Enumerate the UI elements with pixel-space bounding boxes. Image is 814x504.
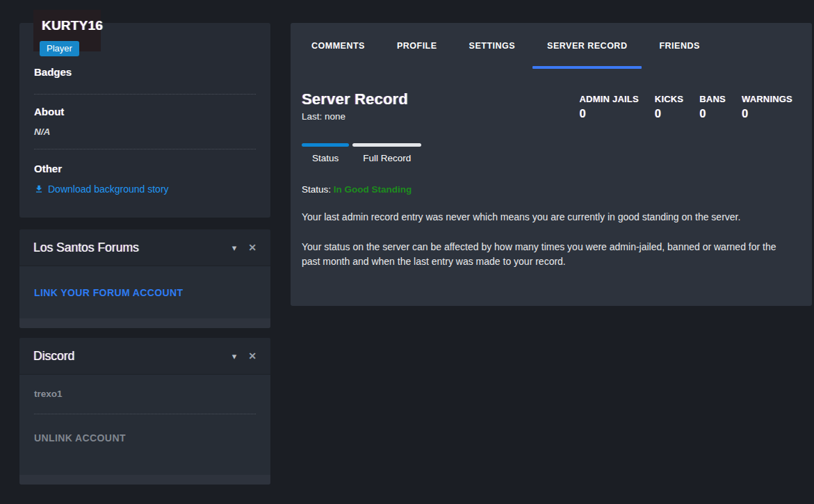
about-heading: About <box>34 106 256 117</box>
download-icon <box>34 184 44 194</box>
record-stats: ADMIN JAILS 0 KICKS 0 BANS 0 WARNINGS 0 <box>580 94 792 122</box>
record-subtabs: Status Full Record <box>302 143 792 163</box>
player-role-badge: Player <box>40 41 79 56</box>
tab-comments[interactable]: COMMENTS <box>300 23 376 69</box>
stat-value: 0 <box>580 107 639 120</box>
status-label: Status: <box>302 184 331 195</box>
stat-label: ADMIN JAILS <box>580 94 639 104</box>
tab-settings[interactable]: SETTINGS <box>458 23 527 69</box>
stat-bans: BANS 0 <box>699 94 726 122</box>
stat-kicks: KICKS 0 <box>655 94 683 122</box>
forum-card-footer <box>19 318 270 328</box>
close-icon[interactable]: ✕ <box>248 243 257 252</box>
discord-card-title: Discord <box>33 349 74 364</box>
username-box: KURTY16 Player <box>33 10 101 51</box>
tab-server-record[interactable]: SERVER RECORD <box>536 23 638 69</box>
username: KURTY16 <box>42 18 101 33</box>
divider <box>34 414 256 414</box>
tab-profile[interactable]: PROFILE <box>386 23 448 69</box>
stat-warnings: WARNINGS 0 <box>742 94 792 122</box>
record-paragraph-2: Your status on the server can be affecte… <box>302 240 792 269</box>
stat-label: WARNINGS <box>742 94 792 104</box>
subtab-full-record[interactable]: Full Record <box>352 143 421 163</box>
stat-value: 0 <box>655 107 683 120</box>
stat-label: BANS <box>699 94 726 104</box>
subtab-label: Status <box>302 147 349 163</box>
profile-card: KURTY16 Player Badges About N/A Other Do… <box>19 23 270 218</box>
discord-card-body: trexo1 UNLINK ACCOUNT <box>19 375 270 475</box>
badges-heading: Badges <box>34 66 256 78</box>
profile-main-panel: COMMENTS PROFILE SETTINGS SERVER RECORD … <box>291 23 812 306</box>
collapse-caret-icon[interactable]: ▾ <box>232 243 237 252</box>
other-heading: Other <box>34 163 256 174</box>
download-background-story-link[interactable]: Download background story <box>34 184 169 195</box>
discord-card-footer <box>19 475 270 485</box>
stat-label: KICKS <box>655 94 683 104</box>
tab-friends[interactable]: FRIENDS <box>648 23 710 69</box>
stat-value: 0 <box>742 107 792 120</box>
forum-card-title: Los Santos Forums <box>33 241 139 255</box>
forum-card: Los Santos Forums ▾ ✕ LINK YOUR FORUM AC… <box>19 229 270 328</box>
server-record-title: Server Record <box>302 90 408 108</box>
forum-card-body: LINK YOUR FORUM ACCOUNT <box>19 266 270 318</box>
sidebar: KURTY16 Player Badges About N/A Other Do… <box>19 23 270 494</box>
discord-account-name: trexo1 <box>34 389 256 399</box>
subtab-label: Full Record <box>352 147 421 163</box>
about-value: N/A <box>34 127 256 137</box>
subtab-status[interactable]: Status <box>302 143 349 163</box>
close-icon[interactable]: ✕ <box>248 351 257 361</box>
stat-value: 0 <box>699 107 726 120</box>
divider <box>34 149 256 149</box>
status-value: In Good Standing <box>334 184 412 195</box>
status-line: Status: In Good Standing <box>302 184 792 195</box>
profile-tabs: COMMENTS PROFILE SETTINGS SERVER RECORD … <box>291 23 812 69</box>
record-paragraph-1: Your last admin record entry was never w… <box>302 210 792 225</box>
divider <box>34 94 256 95</box>
link-forum-account-button[interactable]: LINK YOUR FORUM ACCOUNT <box>34 287 184 298</box>
download-link-label: Download background story <box>48 184 169 195</box>
unlink-account-button[interactable]: UNLINK ACCOUNT <box>34 432 126 444</box>
last-record-label: Last: none <box>302 111 408 122</box>
discord-card-header: Discord ▾ ✕ <box>19 338 270 375</box>
collapse-caret-icon[interactable]: ▾ <box>232 352 237 361</box>
server-record-header: Server Record Last: none ADMIN JAILS 0 K… <box>302 90 792 122</box>
stat-admin-jails: ADMIN JAILS 0 <box>580 94 639 122</box>
discord-card: Discord ▾ ✕ trexo1 UNLINK ACCOUNT <box>19 338 270 485</box>
forum-card-header: Los Santos Forums ▾ ✕ <box>19 229 270 266</box>
server-record-content: Server Record Last: none ADMIN JAILS 0 K… <box>291 90 812 269</box>
